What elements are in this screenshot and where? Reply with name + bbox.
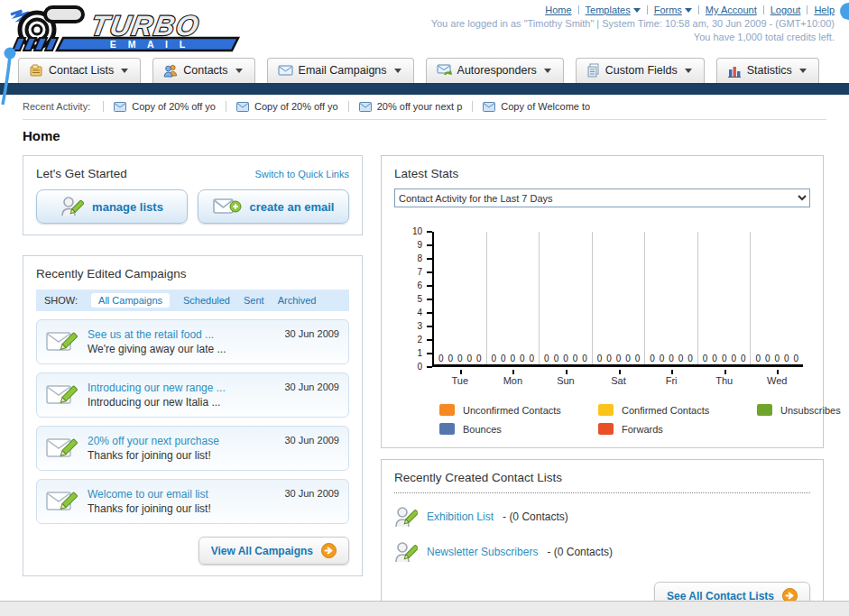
manage-lists-button[interactable]: manage lists bbox=[36, 189, 188, 224]
campaign-title-link[interactable]: Welcome to our email list bbox=[88, 488, 275, 501]
login-status-text: You are logged in as "Timothy Smith" | S… bbox=[431, 18, 835, 29]
value-label: 0 bbox=[582, 354, 587, 363]
stats-period-select[interactable]: Contact Activity for the Last 7 Days bbox=[394, 188, 810, 207]
value-label: 0 bbox=[660, 354, 665, 363]
help-bubble-icon[interactable] bbox=[840, 3, 849, 20]
chart-group: 00000Fri bbox=[645, 232, 698, 364]
x-tick-mark bbox=[512, 370, 514, 374]
campaign-date: 30 Jun 2009 bbox=[284, 488, 339, 499]
pointer-pin-icon bbox=[1, 47, 19, 106]
recently-created-contact-lists-panel: Recently Created Contact Lists Exhibitio… bbox=[381, 459, 824, 616]
envelope-plus-icon bbox=[213, 197, 242, 216]
recent-activity-item[interactable]: Copy of 20% off yo bbox=[103, 101, 226, 112]
nav-link-forms[interactable]: Forms bbox=[654, 5, 692, 15]
legend-swatch bbox=[598, 404, 614, 416]
nav-link-my-account[interactable]: My Account bbox=[706, 5, 757, 15]
campaign-title-link[interactable]: Introducing our new range ... bbox=[88, 382, 275, 394]
arrow-right-icon bbox=[321, 543, 337, 558]
nav-link-home[interactable]: Home bbox=[545, 5, 571, 15]
recent-activity-item[interactable]: 20% off your next p bbox=[348, 101, 473, 112]
show-label: SHOW: bbox=[44, 295, 78, 306]
envelope-icon bbox=[359, 102, 372, 112]
envelope-icon bbox=[483, 102, 495, 112]
nav-link-templates[interactable]: Templates bbox=[586, 5, 641, 15]
y-tick-label: 9 bbox=[417, 241, 422, 250]
legend-label: Unsubscribes bbox=[780, 405, 841, 416]
latest-stats-panel: Latest Stats Contact Activity for the La… bbox=[381, 155, 824, 448]
value-labels: 00000 bbox=[487, 354, 540, 363]
value-label: 0 bbox=[703, 354, 708, 363]
switch-quick-links-link[interactable]: Switch to Quick Links bbox=[254, 169, 349, 179]
campaign-row[interactable]: Introducing our new range ... Introducin… bbox=[36, 372, 349, 418]
legend-item: Forwards bbox=[598, 423, 757, 435]
filter-scheduled[interactable]: Scheduled bbox=[183, 295, 230, 306]
value-labels: 00000 bbox=[698, 354, 751, 363]
legend-swatch bbox=[439, 404, 455, 416]
value-label: 0 bbox=[635, 354, 641, 363]
tab-contacts[interactable]: Contacts bbox=[152, 58, 254, 83]
left-column: Let's Get Started Switch to Quick Links … bbox=[23, 155, 363, 576]
nav-divider bbox=[578, 5, 579, 14]
dotted-divider bbox=[394, 492, 810, 493]
value-label: 0 bbox=[597, 354, 603, 363]
envelope-pencil-icon bbox=[46, 436, 78, 461]
filter-sent[interactable]: Sent bbox=[244, 295, 264, 306]
chart-group: 00000Wed bbox=[751, 232, 803, 364]
caret-down-icon bbox=[121, 69, 128, 73]
right-column: Latest Stats Contact Activity for the La… bbox=[381, 155, 824, 616]
turbo-email-logo: TURBO E M A I L bbox=[7, 2, 253, 53]
x-tick-mark bbox=[777, 370, 779, 374]
logo-text-turbo: TURBO bbox=[88, 10, 202, 41]
value-label: 0 bbox=[741, 354, 746, 363]
value-labels: 00000 bbox=[645, 354, 697, 363]
filter-archived[interactable]: Archived bbox=[278, 295, 317, 306]
top-nav-links: Home Templates Forms My Account Logout H… bbox=[431, 5, 835, 15]
campaign-title-link[interactable]: 20% off your next purchase bbox=[88, 435, 275, 447]
filter-all-campaigns[interactable]: All Campaigns bbox=[91, 293, 170, 308]
tab-custom-fields[interactable]: Custom Fields bbox=[576, 58, 705, 83]
contact-list-name-link[interactable]: Exhibition List bbox=[427, 510, 494, 523]
recent-activity-item[interactable]: Copy of Welcome to bbox=[472, 101, 600, 112]
contact-list-item[interactable]: Exhibition List - (0 Contacts) bbox=[394, 505, 810, 529]
tab-statistics[interactable]: Statistics bbox=[716, 58, 819, 83]
caret-down-icon bbox=[685, 69, 692, 73]
value-label: 0 bbox=[511, 354, 516, 363]
nav-divider bbox=[698, 5, 699, 14]
value-label: 0 bbox=[765, 354, 771, 363]
person-pencil-icon bbox=[60, 196, 84, 217]
value-label: 0 bbox=[501, 354, 506, 363]
custom-fields-icon bbox=[586, 63, 600, 78]
campaigns-panel-title: Recently Edited Campaigns bbox=[36, 267, 349, 280]
logo-graphic: TURBO E M A I L bbox=[7, 2, 253, 53]
chart-group: 00000Sun bbox=[540, 232, 593, 364]
nav-link-help[interactable]: Help bbox=[814, 5, 835, 15]
campaign-row[interactable]: 20% off your next purchase Thanks for jo… bbox=[36, 426, 349, 471]
value-label: 0 bbox=[678, 354, 684, 363]
campaign-title-link[interactable]: See us at the retail food ... bbox=[88, 328, 275, 341]
value-label: 0 bbox=[650, 354, 655, 363]
recent-activity-bar: Recent Activity: Copy of 20% off yo Copy… bbox=[0, 95, 849, 118]
create-email-button[interactable]: create an email bbox=[198, 189, 349, 224]
value-label: 0 bbox=[457, 354, 463, 363]
campaign-row[interactable]: See us at the retail food ... We're givi… bbox=[36, 319, 349, 364]
tab-autoresponders[interactable]: Autoresponders bbox=[426, 58, 564, 83]
campaign-row[interactable]: Welcome to our email list Thanks for joi… bbox=[36, 479, 349, 524]
value-labels: 00000 bbox=[751, 354, 803, 363]
x-tick-label: Thu bbox=[698, 375, 751, 386]
value-labels: 00000 bbox=[540, 354, 592, 363]
recent-activity-item[interactable]: Copy of 20% off yo bbox=[226, 101, 348, 112]
legend-item: Confirmed Contacts bbox=[598, 404, 757, 416]
nav-link-logout[interactable]: Logout bbox=[771, 5, 801, 15]
y-tick-label: 10 bbox=[412, 227, 422, 236]
tab-email-campaigns[interactable]: Email Campaigns bbox=[267, 58, 414, 83]
envelope-icon bbox=[114, 102, 126, 112]
value-labels: 00000 bbox=[434, 354, 486, 363]
contact-list-item[interactable]: Newsletter Subscribers - (0 Contacts) bbox=[394, 540, 810, 564]
footer-strip bbox=[0, 601, 849, 616]
tab-contact-lists[interactable]: Contact Lists bbox=[18, 58, 141, 83]
view-all-campaigns-button[interactable]: View All Campaigns bbox=[198, 537, 349, 565]
envelope-pencil-icon bbox=[46, 489, 78, 514]
y-tick-label: 6 bbox=[417, 281, 422, 290]
caret-down-icon bbox=[685, 8, 692, 13]
contact-list-name-link[interactable]: Newsletter Subscribers bbox=[427, 546, 538, 558]
